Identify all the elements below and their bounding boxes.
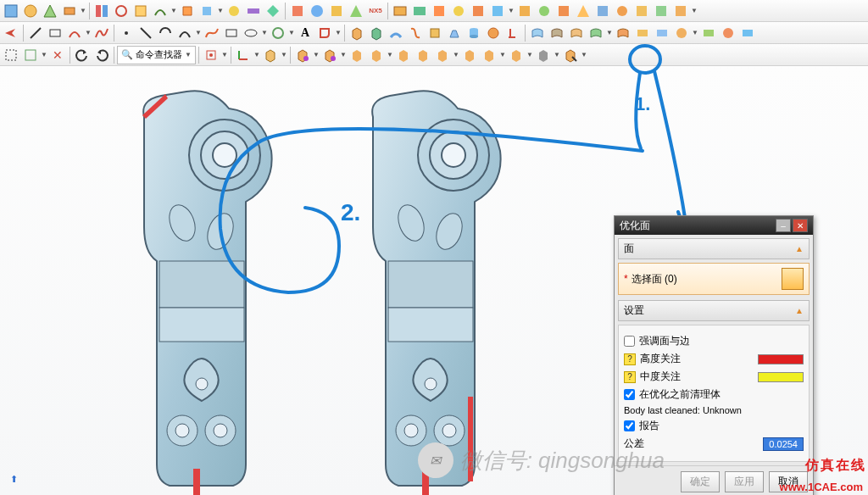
solid-2-icon[interactable] xyxy=(367,24,386,42)
sheet-11-icon[interactable] xyxy=(738,24,757,42)
tb-icon-30[interactable] xyxy=(632,2,651,20)
tb-icon-22[interactable] xyxy=(469,2,487,20)
dialog-close[interactable]: ✕ xyxy=(793,219,808,232)
tolerance-input[interactable]: 0.0254 xyxy=(763,437,804,451)
tb-icon-24[interactable] xyxy=(515,2,534,20)
emphasize-checkbox[interactable]: 强调面与边 xyxy=(624,334,690,348)
solid-3-icon[interactable] xyxy=(387,24,405,42)
sheet-6-icon[interactable] xyxy=(633,24,652,42)
feat-8-icon[interactable] xyxy=(460,46,479,64)
feat-7-icon[interactable] xyxy=(433,46,452,64)
ok-button[interactable]: 确定 xyxy=(681,471,720,492)
tb-icon-15[interactable] xyxy=(308,2,326,20)
spline-icon[interactable] xyxy=(92,24,111,42)
feat-6-icon[interactable] xyxy=(414,46,432,64)
feat-1-icon[interactable] xyxy=(293,46,312,64)
solid-8-icon[interactable] xyxy=(504,24,522,42)
tb-icon-20[interactable] xyxy=(430,2,448,20)
tb-icon-19[interactable] xyxy=(410,2,429,20)
nx5-icon[interactable]: NX5 xyxy=(366,2,385,20)
tb-icon-11[interactable] xyxy=(225,2,243,20)
redo-icon[interactable] xyxy=(92,46,111,64)
feat-gray-icon[interactable] xyxy=(534,46,553,64)
feat-4-icon[interactable] xyxy=(367,46,386,64)
command-finder[interactable]: 🔍 命令查找器 ▼ xyxy=(117,46,196,64)
sheet-7-icon[interactable] xyxy=(653,24,671,42)
sheet-4-icon[interactable] xyxy=(587,24,605,42)
box-icon[interactable] xyxy=(261,46,280,64)
rect2-icon[interactable] xyxy=(222,24,241,42)
tb-icon-13[interactable] xyxy=(264,2,282,20)
tb-icon-29[interactable] xyxy=(613,2,632,20)
tb-icon-8[interactable] xyxy=(151,2,170,20)
filter-icon[interactable] xyxy=(202,46,220,64)
solid-4-icon[interactable] xyxy=(406,24,425,42)
feat-2-icon[interactable] xyxy=(320,46,339,64)
feat-3-icon[interactable] xyxy=(348,46,366,64)
sheet-5-icon[interactable] xyxy=(614,24,632,42)
section-settings-header[interactable]: 设置▲ xyxy=(618,300,810,321)
tb-icon-12[interactable] xyxy=(244,2,263,20)
clean-checkbox[interactable]: 在优化之前清理体 xyxy=(624,387,721,402)
select-icon[interactable] xyxy=(2,46,20,64)
feat-9-icon[interactable] xyxy=(480,46,498,64)
report-checkbox[interactable]: 报告 xyxy=(624,419,659,433)
curve-icon[interactable] xyxy=(175,24,194,42)
tb-icon-7[interactable] xyxy=(131,2,150,20)
line-icon[interactable] xyxy=(26,24,45,42)
dialog-minimize[interactable]: – xyxy=(776,219,791,232)
tb-icon-16[interactable] xyxy=(327,2,346,20)
section-face-header[interactable]: 面▲ xyxy=(618,238,810,259)
line2-icon[interactable] xyxy=(136,24,155,42)
ellipse-icon[interactable] xyxy=(242,24,260,42)
tb-icon-32[interactable] xyxy=(671,2,690,20)
tb-icon-3[interactable] xyxy=(41,2,59,20)
sheet-8-icon[interactable] xyxy=(672,24,691,42)
cylinder-icon[interactable] xyxy=(465,24,483,42)
help-icon[interactable]: ? xyxy=(624,371,636,383)
text-icon[interactable]: A xyxy=(296,24,314,42)
select-face-icon[interactable] xyxy=(782,268,804,290)
tb-icon-6[interactable] xyxy=(112,2,131,20)
tb-icon-18[interactable] xyxy=(391,2,409,20)
sheet-1-icon[interactable] xyxy=(528,24,547,42)
feat-5-icon[interactable] xyxy=(394,46,413,64)
tb-icon-21[interactable] xyxy=(449,2,468,20)
delete-icon[interactable]: ✕ xyxy=(48,46,67,64)
optimize-face-icon[interactable] xyxy=(561,46,580,64)
tb-icon-5[interactable] xyxy=(92,2,111,20)
arc2-icon[interactable] xyxy=(156,24,175,42)
tb-icon-27[interactable] xyxy=(574,2,593,20)
feat-10-icon[interactable] xyxy=(507,46,526,64)
help-icon[interactable]: ? xyxy=(624,353,636,365)
tb-icon-14[interactable] xyxy=(288,2,307,20)
tb-icon-31[interactable] xyxy=(652,2,670,20)
tb-icon-9[interactable] xyxy=(178,2,197,20)
tb-icon-2[interactable] xyxy=(21,2,40,20)
solid-7-icon[interactable] xyxy=(484,24,503,42)
sheet-2-icon[interactable] xyxy=(548,24,566,42)
tb-icon-25[interactable] xyxy=(535,2,554,20)
undo-icon[interactable] xyxy=(73,46,92,64)
rect-icon[interactable] xyxy=(46,24,64,42)
spline2-icon[interactable] xyxy=(203,24,221,42)
point-icon[interactable] xyxy=(117,24,136,42)
tb-icon-23[interactable] xyxy=(488,2,507,20)
arc-icon[interactable] xyxy=(65,24,84,42)
arrow-icon[interactable] xyxy=(2,24,20,42)
select-face-row[interactable]: * 选择面 (0) xyxy=(618,263,810,295)
height-swatch[interactable] xyxy=(758,354,804,364)
circle-icon[interactable] xyxy=(269,24,287,42)
region-icon[interactable] xyxy=(315,24,334,42)
tb-icon-26[interactable] xyxy=(554,2,573,20)
apply-button[interactable]: 应用 xyxy=(725,471,764,492)
sheet-3-icon[interactable] xyxy=(567,24,586,42)
tb-icon-28[interactable] xyxy=(593,2,612,20)
tb-icon-4[interactable] xyxy=(60,2,79,20)
tb-icon-10[interactable] xyxy=(198,2,216,20)
tb-icon-1[interactable] xyxy=(2,2,20,20)
solid-6-icon[interactable] xyxy=(445,24,464,42)
tb-icon-17[interactable] xyxy=(347,2,365,20)
solid-5-icon[interactable] xyxy=(426,24,444,42)
solid-1-icon[interactable] xyxy=(348,24,366,42)
